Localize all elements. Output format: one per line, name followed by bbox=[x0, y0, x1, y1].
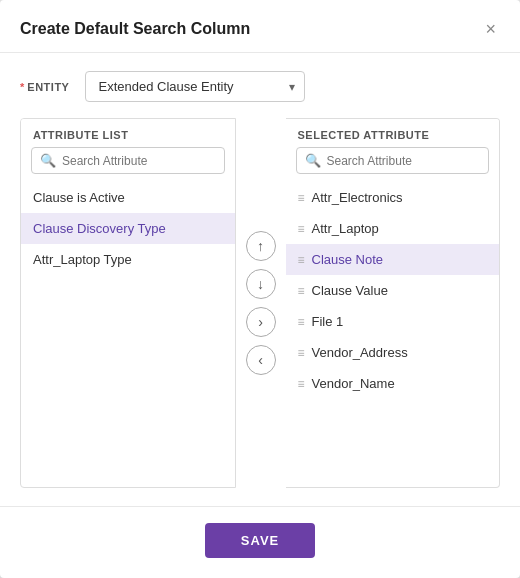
selected-attr-label: Clause Value bbox=[312, 283, 388, 298]
attribute-list-panel: ATTRIBUTE LIST 🔍 Clause is Active Clause… bbox=[20, 118, 236, 488]
attribute-list: Clause is Active Clause Discovery Type A… bbox=[21, 182, 235, 487]
selected-attr-vendor-address[interactable]: ≡ Vendor_Address bbox=[286, 337, 500, 368]
selected-attribute-search-box: 🔍 bbox=[296, 147, 490, 174]
attribute-list-search-input[interactable] bbox=[62, 154, 216, 168]
drag-handle-icon: ≡ bbox=[298, 377, 304, 391]
entity-row: * ENTITY Extended Clause Entity ▾ bbox=[20, 71, 500, 102]
drag-handle-icon: ≡ bbox=[298, 253, 304, 267]
attr-item-clause-discovery-type[interactable]: Clause Discovery Type bbox=[21, 213, 235, 244]
selected-attr-label: Attr_Laptop bbox=[312, 221, 379, 236]
attr-item-attr-laptop-type[interactable]: Attr_Laptop Type bbox=[21, 244, 235, 275]
drag-handle-icon: ≡ bbox=[298, 346, 304, 360]
attr-item-clause-is-active[interactable]: Clause is Active bbox=[21, 182, 235, 213]
selected-attr-vendor-name[interactable]: ≡ Vendor_Name bbox=[286, 368, 500, 399]
drag-handle-icon: ≡ bbox=[298, 284, 304, 298]
selected-attr-label: Vendor_Address bbox=[312, 345, 408, 360]
drag-handle-icon: ≡ bbox=[298, 315, 304, 329]
selected-attr-attr-electronics[interactable]: ≡ Attr_Electronics bbox=[286, 182, 500, 213]
move-left-button[interactable]: ‹ bbox=[246, 345, 276, 375]
entity-select[interactable]: Extended Clause Entity bbox=[85, 71, 305, 102]
modal-body: * ENTITY Extended Clause Entity ▾ ATTRIB… bbox=[0, 53, 520, 506]
modal-header: Create Default Search Column × bbox=[0, 0, 520, 53]
transfer-controls: ↑ ↓ › ‹ bbox=[236, 118, 286, 488]
search-icon-right: 🔍 bbox=[305, 153, 321, 168]
selected-attribute-panel: SELECTED ATTRIBUTE 🔍 ≡ Attr_Electronics … bbox=[286, 118, 501, 488]
close-button[interactable]: × bbox=[481, 18, 500, 40]
attribute-list-header: ATTRIBUTE LIST bbox=[21, 119, 235, 147]
selected-attr-label: Vendor_Name bbox=[312, 376, 395, 391]
selected-attr-label: Clause Note bbox=[312, 252, 384, 267]
selected-attr-file-1[interactable]: ≡ File 1 bbox=[286, 306, 500, 337]
attribute-list-search-box: 🔍 bbox=[31, 147, 225, 174]
drag-handle-icon: ≡ bbox=[298, 222, 304, 236]
selected-attr-label: Attr_Electronics bbox=[312, 190, 403, 205]
drag-handle-icon: ≡ bbox=[298, 191, 304, 205]
entity-select-wrapper: Extended Clause Entity ▾ bbox=[85, 71, 305, 102]
selected-attr-attr-laptop[interactable]: ≡ Attr_Laptop bbox=[286, 213, 500, 244]
move-up-button[interactable]: ↑ bbox=[246, 231, 276, 261]
selected-attribute-header: SELECTED ATTRIBUTE bbox=[286, 119, 500, 147]
entity-label: ENTITY bbox=[27, 81, 69, 93]
selected-attr-label: File 1 bbox=[312, 314, 344, 329]
search-icon: 🔍 bbox=[40, 153, 56, 168]
selected-attr-clause-note[interactable]: ≡ Clause Note bbox=[286, 244, 500, 275]
modal-title: Create Default Search Column bbox=[20, 20, 250, 38]
modal-footer: SAVE bbox=[0, 506, 520, 578]
selected-attr-clause-value[interactable]: ≡ Clause Value bbox=[286, 275, 500, 306]
columns-layout: ATTRIBUTE LIST 🔍 Clause is Active Clause… bbox=[20, 118, 500, 488]
selected-attribute-list: ≡ Attr_Electronics ≡ Attr_Laptop ≡ Claus… bbox=[286, 182, 500, 487]
selected-attribute-search-input[interactable] bbox=[327, 154, 481, 168]
save-button[interactable]: SAVE bbox=[205, 523, 315, 558]
move-down-button[interactable]: ↓ bbox=[246, 269, 276, 299]
move-right-button[interactable]: › bbox=[246, 307, 276, 337]
modal: Create Default Search Column × * ENTITY … bbox=[0, 0, 520, 578]
